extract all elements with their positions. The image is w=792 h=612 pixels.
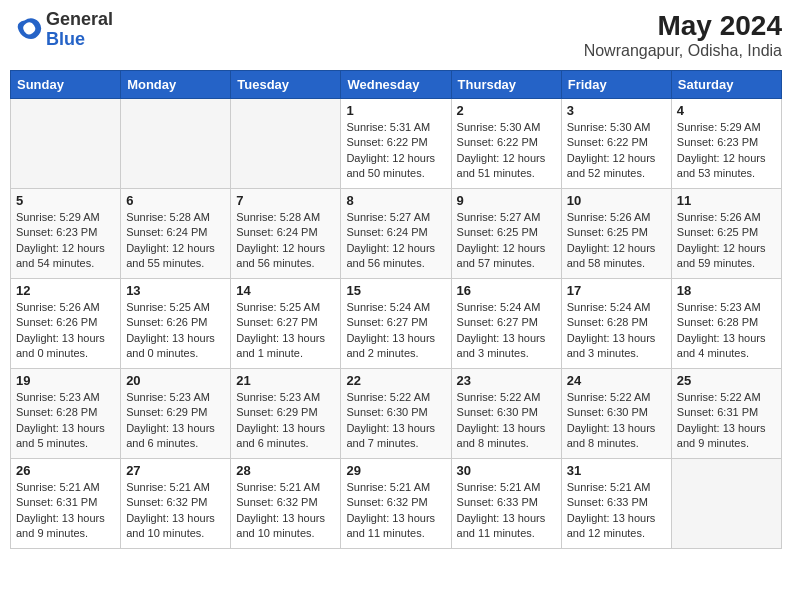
calendar-week-row: 19Sunrise: 5:23 AMSunset: 6:28 PMDayligh… <box>11 369 782 459</box>
location: Nowrangapur, Odisha, India <box>584 42 782 60</box>
day-number: 13 <box>126 283 225 298</box>
sun-info: Sunrise: 5:22 AMSunset: 6:30 PMDaylight:… <box>457 390 556 452</box>
sun-info: Sunrise: 5:24 AMSunset: 6:27 PMDaylight:… <box>346 300 445 362</box>
calendar-empty <box>121 99 231 189</box>
day-number: 16 <box>457 283 556 298</box>
calendar-day-11: 11Sunrise: 5:26 AMSunset: 6:25 PMDayligh… <box>671 189 781 279</box>
day-number: 15 <box>346 283 445 298</box>
sun-info: Sunrise: 5:21 AMSunset: 6:32 PMDaylight:… <box>346 480 445 542</box>
calendar-header-row: SundayMondayTuesdayWednesdayThursdayFrid… <box>11 71 782 99</box>
sun-info: Sunrise: 5:25 AMSunset: 6:27 PMDaylight:… <box>236 300 335 362</box>
calendar-week-row: 12Sunrise: 5:26 AMSunset: 6:26 PMDayligh… <box>11 279 782 369</box>
calendar-day-26: 26Sunrise: 5:21 AMSunset: 6:31 PMDayligh… <box>11 459 121 549</box>
calendar-day-5: 5Sunrise: 5:29 AMSunset: 6:23 PMDaylight… <box>11 189 121 279</box>
calendar-empty <box>11 99 121 189</box>
day-number: 10 <box>567 193 666 208</box>
calendar-day-10: 10Sunrise: 5:26 AMSunset: 6:25 PMDayligh… <box>561 189 671 279</box>
calendar-day-19: 19Sunrise: 5:23 AMSunset: 6:28 PMDayligh… <box>11 369 121 459</box>
calendar-week-row: 5Sunrise: 5:29 AMSunset: 6:23 PMDaylight… <box>11 189 782 279</box>
calendar-day-8: 8Sunrise: 5:27 AMSunset: 6:24 PMDaylight… <box>341 189 451 279</box>
calendar-day-17: 17Sunrise: 5:24 AMSunset: 6:28 PMDayligh… <box>561 279 671 369</box>
day-number: 23 <box>457 373 556 388</box>
title-block: May 2024 Nowrangapur, Odisha, India <box>584 10 782 60</box>
calendar-day-15: 15Sunrise: 5:24 AMSunset: 6:27 PMDayligh… <box>341 279 451 369</box>
calendar-day-1: 1Sunrise: 5:31 AMSunset: 6:22 PMDaylight… <box>341 99 451 189</box>
day-number: 11 <box>677 193 776 208</box>
calendar-day-22: 22Sunrise: 5:22 AMSunset: 6:30 PMDayligh… <box>341 369 451 459</box>
day-number: 26 <box>16 463 115 478</box>
calendar-day-18: 18Sunrise: 5:23 AMSunset: 6:28 PMDayligh… <box>671 279 781 369</box>
sun-info: Sunrise: 5:26 AMSunset: 6:25 PMDaylight:… <box>677 210 776 272</box>
calendar-day-7: 7Sunrise: 5:28 AMSunset: 6:24 PMDaylight… <box>231 189 341 279</box>
calendar-day-3: 3Sunrise: 5:30 AMSunset: 6:22 PMDaylight… <box>561 99 671 189</box>
day-number: 20 <box>126 373 225 388</box>
sun-info: Sunrise: 5:21 AMSunset: 6:32 PMDaylight:… <box>126 480 225 542</box>
day-number: 29 <box>346 463 445 478</box>
sun-info: Sunrise: 5:23 AMSunset: 6:29 PMDaylight:… <box>236 390 335 452</box>
calendar-day-23: 23Sunrise: 5:22 AMSunset: 6:30 PMDayligh… <box>451 369 561 459</box>
sun-info: Sunrise: 5:26 AMSunset: 6:26 PMDaylight:… <box>16 300 115 362</box>
calendar-day-16: 16Sunrise: 5:24 AMSunset: 6:27 PMDayligh… <box>451 279 561 369</box>
day-number: 31 <box>567 463 666 478</box>
sun-info: Sunrise: 5:29 AMSunset: 6:23 PMDaylight:… <box>16 210 115 272</box>
calendar-day-2: 2Sunrise: 5:30 AMSunset: 6:22 PMDaylight… <box>451 99 561 189</box>
calendar-day-13: 13Sunrise: 5:25 AMSunset: 6:26 PMDayligh… <box>121 279 231 369</box>
day-number: 22 <box>346 373 445 388</box>
calendar-day-20: 20Sunrise: 5:23 AMSunset: 6:29 PMDayligh… <box>121 369 231 459</box>
sun-info: Sunrise: 5:28 AMSunset: 6:24 PMDaylight:… <box>126 210 225 272</box>
calendar-day-31: 31Sunrise: 5:21 AMSunset: 6:33 PMDayligh… <box>561 459 671 549</box>
sun-info: Sunrise: 5:30 AMSunset: 6:22 PMDaylight:… <box>567 120 666 182</box>
sun-info: Sunrise: 5:24 AMSunset: 6:27 PMDaylight:… <box>457 300 556 362</box>
calendar-week-row: 26Sunrise: 5:21 AMSunset: 6:31 PMDayligh… <box>11 459 782 549</box>
day-number: 9 <box>457 193 556 208</box>
day-number: 21 <box>236 373 335 388</box>
calendar-day-27: 27Sunrise: 5:21 AMSunset: 6:32 PMDayligh… <box>121 459 231 549</box>
calendar-header-friday: Friday <box>561 71 671 99</box>
calendar-day-6: 6Sunrise: 5:28 AMSunset: 6:24 PMDaylight… <box>121 189 231 279</box>
logo-icon <box>10 14 42 46</box>
day-number: 30 <box>457 463 556 478</box>
calendar-header-sunday: Sunday <box>11 71 121 99</box>
day-number: 28 <box>236 463 335 478</box>
calendar-header-wednesday: Wednesday <box>341 71 451 99</box>
calendar-empty <box>671 459 781 549</box>
calendar-day-24: 24Sunrise: 5:22 AMSunset: 6:30 PMDayligh… <box>561 369 671 459</box>
day-number: 14 <box>236 283 335 298</box>
sun-info: Sunrise: 5:31 AMSunset: 6:22 PMDaylight:… <box>346 120 445 182</box>
calendar-table: SundayMondayTuesdayWednesdayThursdayFrid… <box>10 70 782 549</box>
day-number: 8 <box>346 193 445 208</box>
sun-info: Sunrise: 5:22 AMSunset: 6:30 PMDaylight:… <box>346 390 445 452</box>
day-number: 19 <box>16 373 115 388</box>
calendar-empty <box>231 99 341 189</box>
month-year: May 2024 <box>584 10 782 42</box>
day-number: 6 <box>126 193 225 208</box>
page-header: General Blue May 2024 Nowrangapur, Odish… <box>10 10 782 60</box>
sun-info: Sunrise: 5:28 AMSunset: 6:24 PMDaylight:… <box>236 210 335 272</box>
sun-info: Sunrise: 5:21 AMSunset: 6:33 PMDaylight:… <box>567 480 666 542</box>
sun-info: Sunrise: 5:21 AMSunset: 6:33 PMDaylight:… <box>457 480 556 542</box>
day-number: 3 <box>567 103 666 118</box>
calendar-day-14: 14Sunrise: 5:25 AMSunset: 6:27 PMDayligh… <box>231 279 341 369</box>
day-number: 17 <box>567 283 666 298</box>
calendar-day-28: 28Sunrise: 5:21 AMSunset: 6:32 PMDayligh… <box>231 459 341 549</box>
calendar-day-25: 25Sunrise: 5:22 AMSunset: 6:31 PMDayligh… <box>671 369 781 459</box>
sun-info: Sunrise: 5:24 AMSunset: 6:28 PMDaylight:… <box>567 300 666 362</box>
sun-info: Sunrise: 5:23 AMSunset: 6:28 PMDaylight:… <box>16 390 115 452</box>
day-number: 18 <box>677 283 776 298</box>
calendar-day-9: 9Sunrise: 5:27 AMSunset: 6:25 PMDaylight… <box>451 189 561 279</box>
calendar-header-tuesday: Tuesday <box>231 71 341 99</box>
calendar-day-12: 12Sunrise: 5:26 AMSunset: 6:26 PMDayligh… <box>11 279 121 369</box>
day-number: 12 <box>16 283 115 298</box>
calendar-day-4: 4Sunrise: 5:29 AMSunset: 6:23 PMDaylight… <box>671 99 781 189</box>
day-number: 24 <box>567 373 666 388</box>
sun-info: Sunrise: 5:21 AMSunset: 6:31 PMDaylight:… <box>16 480 115 542</box>
calendar-header-monday: Monday <box>121 71 231 99</box>
day-number: 27 <box>126 463 225 478</box>
calendar-day-21: 21Sunrise: 5:23 AMSunset: 6:29 PMDayligh… <box>231 369 341 459</box>
sun-info: Sunrise: 5:29 AMSunset: 6:23 PMDaylight:… <box>677 120 776 182</box>
logo: General Blue <box>10 10 113 50</box>
sun-info: Sunrise: 5:27 AMSunset: 6:24 PMDaylight:… <box>346 210 445 272</box>
sun-info: Sunrise: 5:30 AMSunset: 6:22 PMDaylight:… <box>457 120 556 182</box>
day-number: 7 <box>236 193 335 208</box>
logo-text: General Blue <box>46 10 113 50</box>
